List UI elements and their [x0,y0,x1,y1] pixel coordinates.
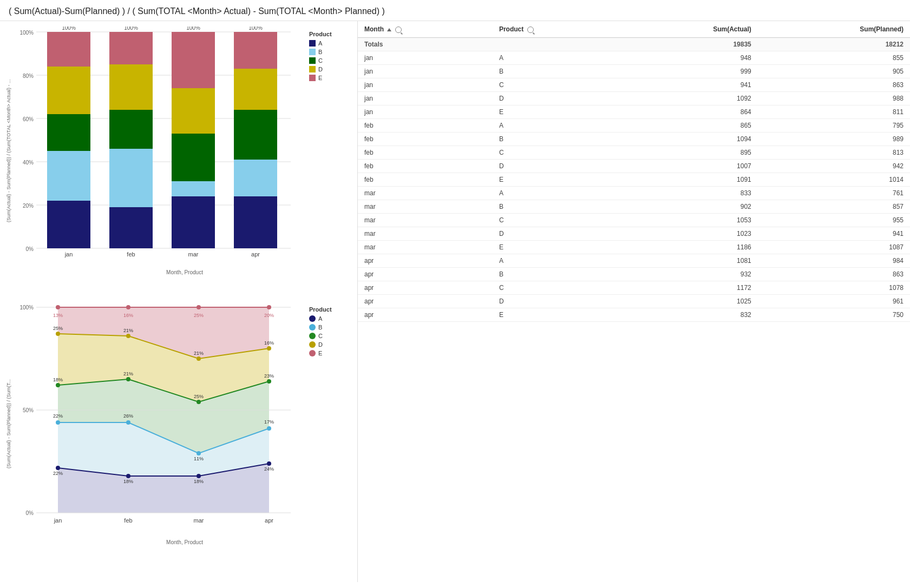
cell-actual: 865 [620,119,757,133]
cell-product: C [493,214,620,227]
table-row: apr B 932 863 [358,268,910,281]
cell-month: apr [358,268,493,281]
svg-rect-22 [109,32,153,64]
svg-rect-28 [172,32,215,88]
svg-rect-24 [172,196,215,248]
cell-month: apr [358,308,493,322]
cell-month: apr [358,295,493,308]
table-row: jan C 941 863 [358,78,910,92]
cell-product: B [493,268,620,281]
product-search-icon[interactable] [527,27,534,33]
data-table-panel: Month Product Sum(Actual) Sum(Planned) T… [357,21,910,582]
svg-point-86 [267,305,271,309]
svg-rect-32 [234,110,277,160]
line-chart-container: (Sum(Actual) - Sum(Planned)) / (Sum(T... [3,302,355,572]
line-chart-svg: 100% 50% 0% [15,302,306,529]
svg-text:apr: apr [265,517,273,524]
table-row: mar B 902 857 [358,200,910,214]
cell-actual: 1025 [620,295,757,308]
table-row: apr C 1172 1078 [358,281,910,295]
svg-rect-25 [172,181,215,196]
svg-text:18%: 18% [53,377,63,382]
cell-planned: 750 [758,308,910,322]
cell-planned: 857 [758,200,910,214]
svg-text:jan: jan [64,251,73,257]
cell-month: jan [358,65,493,78]
table-row: apr D 1025 961 [358,295,910,308]
svg-text:26%: 26% [123,413,133,419]
svg-text:21%: 21% [123,328,133,333]
cell-actual: 1092 [620,92,757,105]
svg-text:16%: 16% [123,313,133,318]
cell-month: jan [358,92,493,105]
totals-planned: 18212 [758,38,910,51]
cell-actual: 948 [620,51,757,65]
svg-text:jan: jan [54,517,62,524]
svg-point-51 [56,466,60,470]
svg-point-77 [197,356,201,361]
product-column-header[interactable]: Product [493,21,620,38]
svg-text:22%: 22% [53,471,63,476]
table-row: apr A 1081 984 [358,254,910,268]
cell-planned: 813 [758,146,910,160]
table-row: jan A 948 855 [358,51,910,65]
cell-month: jan [358,105,493,119]
cell-actual: 941 [620,78,757,92]
cell-actual: 999 [620,65,757,78]
month-search-icon[interactable] [395,27,402,33]
table-row: jan E 864 811 [358,105,910,119]
svg-text:100%: 100% [124,27,138,31]
cell-planned: 941 [758,227,910,241]
cell-planned: 863 [758,268,910,281]
svg-point-78 [267,346,271,351]
svg-text:0%: 0% [26,246,34,252]
cell-product: C [493,146,620,160]
cell-actual: 1094 [620,133,757,146]
svg-rect-16 [47,32,90,67]
svg-text:feb: feb [127,251,135,257]
svg-text:25%: 25% [53,326,63,331]
page-title: ( Sum(Actual)-Sum(Planned) ) / ( Sum(TOT… [0,0,910,21]
svg-rect-30 [234,196,277,248]
cell-month: mar [358,241,493,254]
svg-point-60 [126,420,130,425]
cell-month: feb [358,160,493,173]
cell-actual: 1186 [620,241,757,254]
svg-point-70 [267,379,271,384]
table-row: feb E 1091 1014 [358,173,910,187]
svg-text:18%: 18% [194,479,204,484]
cell-actual: 1172 [620,281,757,295]
cell-product: D [493,295,620,308]
totals-actual: 19835 [620,38,757,51]
data-table: Month Product Sum(Actual) Sum(Planned) T… [358,21,910,322]
svg-text:17%: 17% [264,419,274,425]
planned-column-header: Sum(Planned) [758,21,910,38]
svg-rect-34 [234,32,277,69]
cell-month: feb [358,173,493,187]
cell-month: jan [358,51,493,65]
cell-planned: 1014 [758,173,910,187]
svg-point-59 [56,420,60,425]
month-column-header[interactable]: Month [358,21,493,38]
bar-legend-c: C [309,57,351,64]
cell-month: mar [358,214,493,227]
svg-rect-26 [172,134,215,181]
cell-planned: 1078 [758,281,910,295]
cell-product: A [493,254,620,268]
svg-point-68 [126,377,130,381]
svg-rect-20 [109,110,153,149]
bar-chart-container: (Sum(Actual) - Sum(Planned)) / (Sum(TOTA… [3,27,355,296]
svg-text:20%: 20% [23,203,34,209]
cell-actual: 864 [620,105,757,119]
cell-product: D [493,160,620,173]
cell-planned: 961 [758,295,910,308]
svg-text:60%: 60% [23,116,34,122]
table-row: feb C 895 813 [358,146,910,160]
svg-rect-15 [47,67,90,114]
line-legend-a: A [309,315,351,322]
cell-product: E [493,241,620,254]
cell-planned: 1087 [758,241,910,254]
svg-text:20%: 20% [264,313,274,318]
svg-text:mar: mar [194,517,204,524]
cell-actual: 1053 [620,214,757,227]
